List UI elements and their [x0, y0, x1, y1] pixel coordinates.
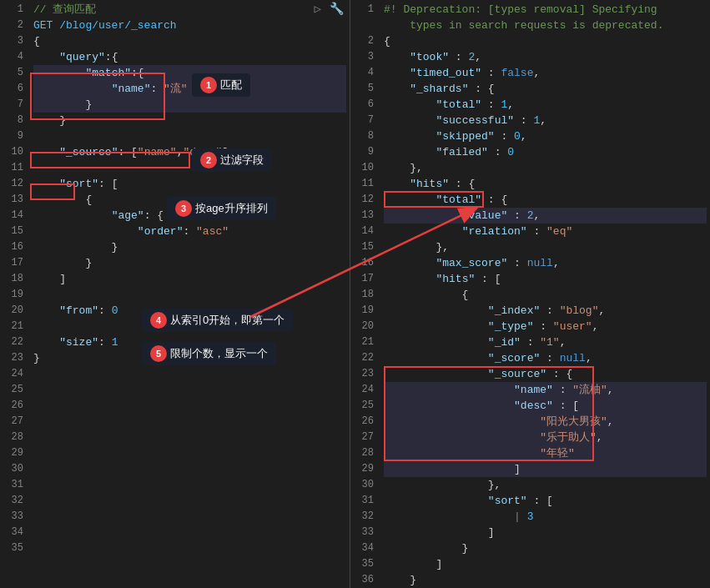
line-number: 2 [7, 18, 23, 33]
left-code-area: 1234567891011121314151617181920212223242… [0, 0, 350, 588]
token: #! Deprecation: [types removal] Specifyi… [384, 3, 657, 16]
token: "relation" [462, 225, 527, 238]
token: } [384, 574, 416, 586]
line-number: 20 [7, 303, 23, 319]
line-number: 33 [7, 509, 23, 525]
line-number: 29 [357, 461, 374, 477]
token: "match" [85, 67, 131, 79]
token [384, 98, 436, 111]
token [384, 304, 488, 317]
token: ] [33, 273, 66, 285]
token [33, 336, 59, 349]
token: , [597, 431, 603, 444]
line-number: 35 [7, 540, 23, 556]
token: { [384, 289, 468, 301]
line-number: 15 [357, 239, 374, 255]
line-number: 32 [357, 509, 374, 525]
code-line: "order": "asc" [33, 224, 346, 239]
line-number: 17 [7, 255, 23, 271]
token: } [85, 98, 92, 111]
token: ] [384, 463, 521, 475]
token [384, 400, 514, 412]
token: false [501, 67, 533, 79]
token: , [592, 320, 599, 333]
token: : [514, 114, 533, 127]
code-line: "sort" : [ [384, 493, 707, 509]
code-line: "timed_out" : false, [384, 65, 707, 81]
token: "name" [112, 83, 151, 95]
line-number: 8 [357, 128, 374, 144]
code-line: "query":{ [33, 49, 346, 65]
line-number: 6 [7, 81, 23, 97]
token: : [481, 67, 501, 79]
token: "_id" [488, 336, 521, 349]
line-number: 24 [7, 366, 23, 382]
code-line [33, 540, 346, 556]
code-line [33, 382, 346, 398]
code-line [33, 461, 346, 477]
line-number: 2 [357, 33, 374, 49]
line-number: 10 [7, 144, 23, 160]
line-number: 28 [357, 445, 374, 461]
line-number: 19 [7, 287, 23, 303]
code-line: "age": { [33, 208, 346, 224]
token: "name" [138, 146, 177, 158]
line-number: 15 [7, 224, 23, 239]
right-line-numbers: 1 23456789101112131415161718192021222324… [350, 0, 380, 588]
line-number: 9 [7, 128, 23, 144]
token: , [533, 67, 540, 79]
code-line: "_type" : "user", [384, 319, 707, 334]
token: 1 [112, 336, 118, 349]
token: : { [481, 193, 507, 206]
token: "hits" [410, 178, 449, 190]
token: "took" [410, 51, 449, 63]
token: : [507, 209, 526, 222]
line-number: 30 [357, 477, 374, 493]
line-number: 4 [7, 49, 23, 65]
token [33, 304, 59, 317]
code-line: "total" : 1, [384, 97, 707, 113]
code-line [33, 398, 346, 414]
token: "failed" [436, 146, 487, 158]
token: }, [384, 479, 501, 491]
token: : [521, 336, 540, 349]
token: "total" [436, 98, 481, 111]
token: : [553, 384, 572, 396]
token: } [384, 542, 468, 555]
token: "query" [59, 51, 105, 63]
line-number: 26 [357, 414, 374, 430]
code-line: }, [384, 477, 707, 493]
line-number: 11 [357, 176, 374, 192]
code-line: } [33, 113, 346, 128]
code-line: "_id" : "1", [384, 334, 707, 350]
wrench-icon[interactable]: 🔧 [327, 0, 346, 18]
left-code-content: // 查询匹配GET /blog/user/_search{ "query":{… [30, 0, 350, 588]
token: : [ [118, 146, 137, 158]
token: "order" [138, 225, 184, 238]
token: "_source" [59, 146, 118, 158]
token [384, 67, 410, 79]
token [384, 178, 410, 190]
right-code-area: 1 23456789101112131415161718192021222324… [350, 0, 710, 588]
token [384, 415, 540, 428]
line-number: 36 [357, 572, 374, 588]
token [384, 336, 488, 349]
token: "sort" [59, 178, 98, 190]
token: , [607, 415, 614, 428]
token [384, 352, 488, 364]
run-icon[interactable]: ▷ [312, 0, 324, 18]
code-line: "desc" : [ [384, 398, 707, 414]
token: "desc" [183, 146, 222, 158]
token: "阳光大男孩" [540, 415, 607, 428]
line-number: 22 [357, 350, 374, 366]
token: : [495, 130, 514, 143]
code-line: { [384, 287, 707, 303]
code-line: "_source" : { [384, 366, 707, 382]
token: "_index" [488, 304, 540, 317]
code-line: } [384, 540, 707, 556]
left-toolbar: ▷ 🔧 [312, 0, 346, 18]
code-line [33, 477, 346, 493]
line-number: 34 [357, 540, 374, 556]
token [384, 368, 488, 380]
code-line: "name": "流" [33, 81, 346, 97]
